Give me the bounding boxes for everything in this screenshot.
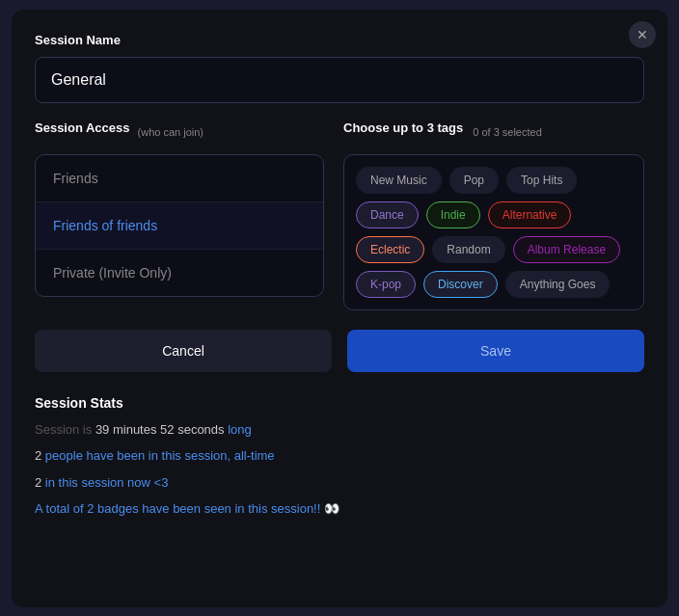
close-button[interactable]: ✕: [629, 21, 656, 48]
tag-album-release[interactable]: Album Release: [513, 236, 620, 263]
access-option-friends-of-friends[interactable]: Friends of friends: [36, 202, 323, 250]
tag-dance[interactable]: Dance: [356, 201, 419, 228]
stats-section: Session Stats Session is 39 minutes 52 s…: [35, 395, 644, 519]
stat4-pre: A total of: [35, 501, 87, 516]
access-label-row: Session Access (who can join): [35, 121, 324, 145]
tags-label-row: Choose up to 3 tags 0 of 3 selected: [343, 121, 644, 145]
access-sublabel: (who can join): [138, 126, 204, 138]
stats-title: Session Stats: [35, 395, 644, 411]
tag-pop[interactable]: Pop: [449, 167, 499, 194]
session-access-label: Session Access: [35, 121, 130, 135]
stat3-link[interactable]: in this session now <3: [45, 475, 169, 490]
access-option-private[interactable]: Private (Invite Only): [36, 250, 323, 296]
stat3-num: 2: [35, 475, 45, 490]
tag-new-music[interactable]: New Music: [356, 167, 442, 194]
tags-count: 0 of 3 selected: [473, 126, 542, 138]
tag-random[interactable]: Random: [432, 236, 504, 263]
tag-discover[interactable]: Discover: [423, 271, 498, 298]
tag-anything-goes[interactable]: Anything Goes: [505, 271, 611, 298]
tag-eclectic[interactable]: Eclectic: [356, 236, 424, 263]
session-access-section: Session Access (who can join) Friends Fr…: [35, 121, 324, 310]
stat1-pre: Session is: [35, 422, 95, 437]
stat-line-3: 2 in this session now <3: [35, 473, 644, 493]
session-name-label: Session Name: [35, 33, 644, 47]
access-list: Friends Friends of friends Private (Invi…: [35, 154, 324, 297]
tags-box: New Music Pop Top Hits Dance Indie Alter…: [343, 154, 644, 310]
tag-top-hits[interactable]: Top Hits: [506, 167, 577, 194]
stat-line-4: A total of 2 badges have been seen in th…: [35, 499, 644, 519]
access-option-friends[interactable]: Friends: [36, 155, 323, 202]
cancel-button[interactable]: Cancel: [35, 330, 332, 372]
tag-kpop[interactable]: K-pop: [356, 271, 416, 298]
stat-line-1: Session is 39 minutes 52 seconds long: [35, 420, 644, 440]
stat2-link[interactable]: people have been in this session, all-ti…: [45, 448, 275, 463]
settings-modal: ✕ Session Name Session Access (who can j…: [12, 10, 667, 607]
two-column-layout: Session Access (who can join) Friends Fr…: [35, 121, 644, 310]
stat2-num: 2: [35, 448, 45, 463]
stat1-link[interactable]: long: [228, 422, 252, 437]
stat1-duration: 39 minutes 52 seconds: [95, 422, 225, 437]
tags-section: Choose up to 3 tags 0 of 3 selected New …: [343, 121, 644, 310]
button-row: Cancel Save: [35, 330, 644, 372]
session-name-section: Session Name: [35, 33, 644, 103]
stat-line-2: 2 people have been in this session, all-…: [35, 446, 644, 466]
stat4-num: 2: [87, 501, 94, 516]
session-name-input[interactable]: [35, 57, 644, 103]
save-button[interactable]: Save: [347, 330, 644, 372]
tag-indie[interactable]: Indie: [426, 201, 480, 228]
tags-label: Choose up to 3 tags: [343, 121, 463, 135]
tag-alternative[interactable]: Alternative: [488, 201, 572, 228]
stat4-post: badges have been seen in this session!! …: [97, 501, 340, 516]
